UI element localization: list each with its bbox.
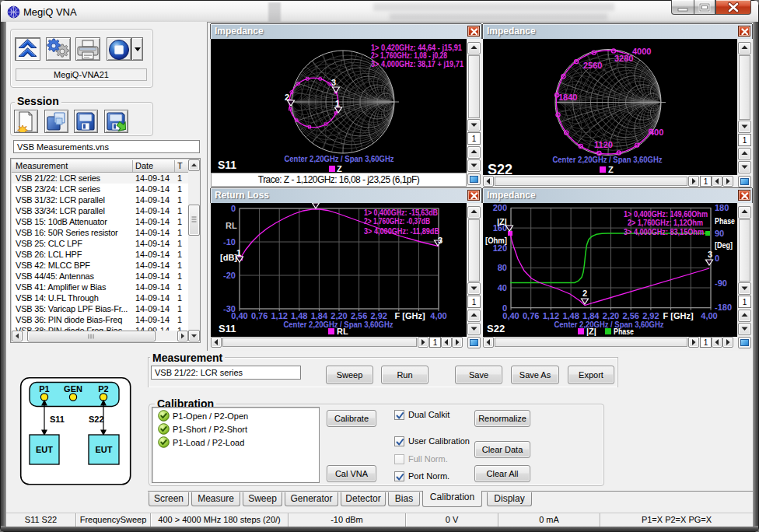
svg-text:S11: S11 [219, 323, 236, 334]
svg-text:1: 1 [236, 248, 241, 257]
svg-text:F [GHz]: F [GHz] [663, 311, 693, 320]
svg-text:4,00: 4,00 [701, 311, 717, 320]
svg-text:0: 0 [231, 204, 236, 213]
svg-text:RL: RL [337, 327, 348, 336]
svg-text:90: 90 [715, 229, 724, 238]
svg-text:2> 1,760GHz: -0,37dB: 2> 1,760GHz: -0,37dB [364, 216, 430, 226]
svg-text:0,40: 0,40 [502, 311, 519, 320]
svg-text:0,76: 0,76 [523, 311, 539, 320]
svg-text:RL: RL [226, 221, 237, 230]
svg-text:3280: 3280 [614, 54, 633, 63]
svg-text:S22: S22 [488, 162, 512, 175]
svg-text:-10: -10 [223, 237, 236, 247]
svg-text:EUT: EUT [36, 445, 53, 454]
svg-text:3> 4,000GHz: 38,17 + j19,71: 3> 4,000GHz: 38,17 + j19,71 [371, 59, 463, 68]
svg-text:3: 3 [438, 236, 442, 245]
svg-text:4,00: 4,00 [430, 311, 446, 320]
svg-text:2: 2 [285, 93, 289, 102]
svg-text:3> 4,000GHz: 83,15Ohm: 3> 4,000GHz: 83,15Ohm [624, 227, 704, 236]
svg-text:2: 2 [582, 289, 587, 298]
svg-text:GEN: GEN [64, 384, 82, 394]
svg-text:3: 3 [331, 78, 336, 87]
svg-text:1> 0,400GHz: 149,60Ohm: 1> 0,400GHz: 149,60Ohm [624, 209, 708, 219]
svg-text:S11: S11 [218, 159, 236, 171]
svg-text:1840: 1840 [558, 93, 577, 102]
svg-text:Phase: Phase [614, 327, 634, 336]
svg-text:P1: P1 [39, 384, 49, 394]
svg-text:40: 40 [498, 283, 507, 292]
svg-text:[dB]: [dB] [220, 253, 237, 262]
svg-text:S11: S11 [50, 415, 65, 424]
svg-text:180: 180 [715, 203, 729, 212]
svg-text:-20: -20 [223, 271, 236, 280]
svg-text:-90: -90 [715, 278, 727, 288]
svg-text:Phase: Phase [715, 216, 735, 226]
svg-text:Center 2,20GHz / Span 3,60GHz: Center 2,20GHz / Span 3,60GHz [553, 155, 663, 164]
svg-text:2> 1,760GHz: 1,12Ohm: 2> 1,760GHz: 1,12Ohm [628, 218, 703, 227]
svg-text:Z: Z [608, 165, 614, 174]
svg-text:[Deg]: [Deg] [715, 240, 733, 250]
svg-text:3: 3 [708, 250, 712, 259]
svg-text:80: 80 [498, 263, 507, 272]
svg-text:1: 1 [335, 99, 340, 108]
svg-text:4000: 4000 [632, 47, 651, 56]
svg-text:0,40: 0,40 [231, 311, 247, 320]
svg-text:[Ohm]: [Ohm] [485, 236, 507, 245]
svg-text:1120: 1120 [594, 140, 613, 149]
svg-text:0,76: 0,76 [251, 311, 268, 320]
svg-text:2560: 2560 [583, 61, 602, 70]
svg-text:P2: P2 [98, 384, 108, 394]
svg-text:F [GHz]: F [GHz] [394, 311, 425, 320]
svg-text:S22: S22 [89, 415, 104, 424]
svg-text:0: 0 [715, 254, 719, 263]
svg-text:|Z|: |Z| [586, 327, 596, 336]
svg-text:Center 2,20GHz / Span 3,60GHz: Center 2,20GHz / Span 3,60GHz [554, 320, 664, 329]
svg-text:3> 4,000GHz: -11,89dB: 3> 4,000GHz: -11,89dB [364, 226, 439, 236]
svg-text:S22: S22 [487, 323, 505, 334]
svg-text:Center 2,20GHz / Span 3,60GHz: Center 2,20GHz / Span 3,60GHz [285, 154, 394, 163]
svg-text:EUT: EUT [96, 445, 113, 454]
svg-text:200: 200 [493, 203, 507, 212]
svg-text:|Z|: |Z| [497, 217, 507, 226]
svg-text:400: 400 [649, 128, 663, 137]
